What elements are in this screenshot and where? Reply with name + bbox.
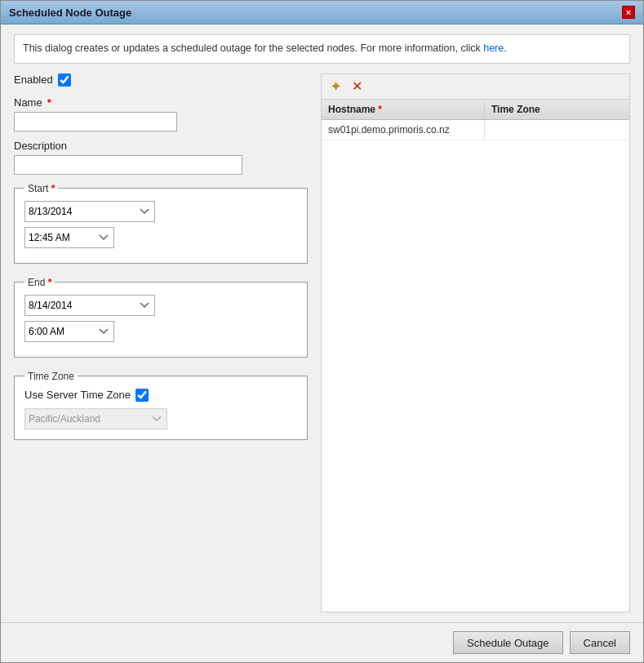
start-time-select[interactable]: 12:45 AM bbox=[24, 227, 114, 248]
description-label-row: Description bbox=[14, 140, 308, 152]
col-hostname-header: Hostname * bbox=[322, 100, 485, 119]
close-button[interactable]: × bbox=[622, 6, 635, 19]
timezone-legend: Time Zone bbox=[24, 371, 78, 382]
start-date-row: 8/13/2014 bbox=[24, 201, 297, 222]
dialog: Scheduled Node Outage × This dialog crea… bbox=[0, 0, 644, 663]
enabled-label: Enabled bbox=[14, 73, 53, 86]
info-suffix: . bbox=[504, 42, 506, 54]
end-fieldset: End * 8/14/2014 6:00 AM bbox=[14, 277, 308, 358]
info-bar: This dialog creates or updates a schedul… bbox=[14, 34, 630, 64]
node-table: ✦ ✕ Hostname * Time Zone bbox=[321, 73, 630, 613]
end-date-select[interactable]: 8/14/2014 bbox=[24, 295, 155, 316]
add-node-button[interactable]: ✦ bbox=[326, 78, 344, 96]
node-toolbar: ✦ ✕ bbox=[322, 74, 629, 100]
description-label: Description bbox=[14, 140, 67, 152]
info-link[interactable]: here bbox=[483, 42, 504, 54]
end-date-row: 8/14/2014 bbox=[24, 295, 297, 316]
title-bar: Scheduled Node Outage × bbox=[1, 1, 643, 24]
hostname-cell: sw01pi.demo.primoris.co.nz bbox=[322, 120, 485, 140]
end-time-row: 6:00 AM bbox=[24, 321, 297, 342]
tz-select-row: Pacific/Auckland bbox=[24, 408, 297, 429]
remove-node-button[interactable]: ✕ bbox=[348, 78, 366, 96]
footer: Schedule Outage Cancel bbox=[1, 622, 643, 662]
schedule-outage-button[interactable]: Schedule Outage bbox=[453, 631, 562, 654]
end-legend: End * bbox=[24, 277, 55, 288]
name-label: Name bbox=[14, 96, 42, 109]
name-label-row: Name * bbox=[14, 96, 308, 109]
start-time-row: 12:45 AM bbox=[24, 227, 297, 248]
description-section: Description bbox=[14, 140, 308, 175]
dialog-title: Scheduled Node Outage bbox=[9, 7, 131, 19]
dialog-body: This dialog creates or updates a schedul… bbox=[1, 24, 643, 622]
start-date-select[interactable]: 8/13/2014 bbox=[24, 201, 155, 222]
use-server-tz-label: Use Server Time Zone bbox=[24, 389, 131, 401]
start-fieldset: Start * 8/13/2014 12:45 AM bbox=[14, 183, 308, 264]
right-panel: ✦ ✕ Hostname * Time Zone bbox=[321, 73, 630, 613]
enabled-row: Enabled bbox=[14, 73, 308, 87]
timezone-fieldset: Time Zone Use Server Time Zone Pacific/A… bbox=[14, 371, 308, 440]
table-row: sw01pi.demo.primoris.co.nz bbox=[322, 120, 629, 140]
use-server-tz-row: Use Server Time Zone bbox=[24, 389, 297, 402]
info-text: This dialog creates or updates a schedul… bbox=[23, 42, 483, 54]
timezone-cell bbox=[485, 120, 629, 140]
description-input[interactable] bbox=[14, 155, 242, 175]
remove-icon: ✕ bbox=[352, 80, 362, 93]
name-required: * bbox=[47, 96, 51, 109]
timezone-select[interactable]: Pacific/Auckland bbox=[24, 408, 167, 429]
add-icon: ✦ bbox=[330, 79, 342, 94]
use-server-tz-checkbox[interactable] bbox=[135, 389, 149, 402]
col-timezone-header: Time Zone bbox=[485, 100, 629, 119]
left-panel: Enabled Name * Description bbox=[14, 73, 308, 613]
name-section: Name * bbox=[14, 96, 308, 131]
start-legend: Start * bbox=[24, 183, 58, 194]
table-header: Hostname * Time Zone bbox=[322, 100, 629, 120]
cancel-button[interactable]: Cancel bbox=[570, 631, 630, 654]
end-time-select[interactable]: 6:00 AM bbox=[24, 321, 114, 342]
name-input[interactable] bbox=[14, 112, 177, 131]
enabled-checkbox[interactable] bbox=[58, 73, 71, 87]
main-content: Enabled Name * Description bbox=[14, 73, 630, 613]
